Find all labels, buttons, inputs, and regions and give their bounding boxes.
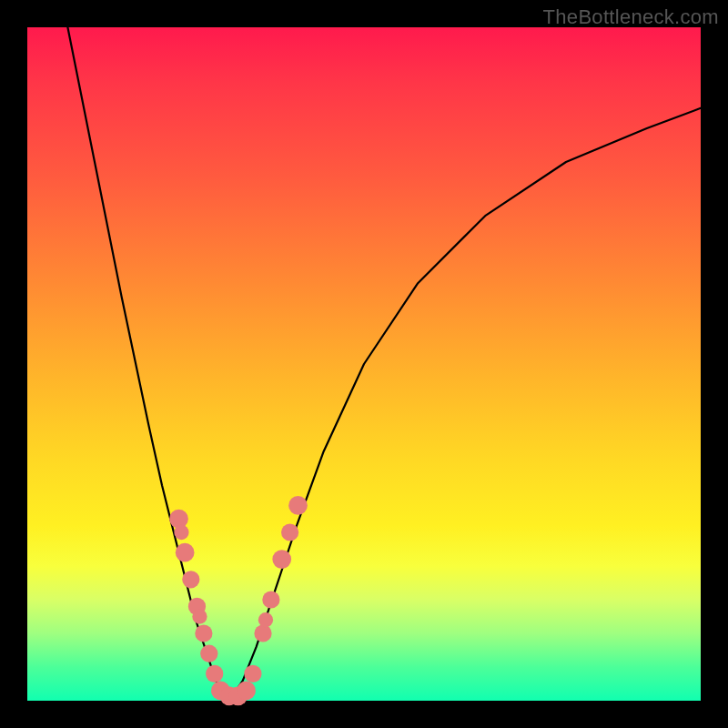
series-group [67,27,701,701]
data-marker [195,624,212,642]
plot-area [27,27,701,701]
data-marker [281,523,298,541]
data-marker [176,543,195,562]
data-marker [206,665,223,682]
watermark-text: TheBottleneck.com [543,5,719,29]
series-curve-left-branch [67,27,229,701]
data-marker [244,665,261,682]
data-marker [258,612,273,627]
series-curve-right-branch [229,108,701,701]
data-marker [237,682,256,701]
data-marker [192,609,207,623]
data-marker [262,591,279,608]
data-marker [272,550,291,569]
data-marker [174,525,188,540]
data-marker [288,496,308,515]
data-marker [200,645,217,662]
chart-frame: TheBottleneck.com [0,0,728,728]
data-marker [182,571,199,588]
chart-svg [27,27,701,701]
data-marker [254,624,271,642]
